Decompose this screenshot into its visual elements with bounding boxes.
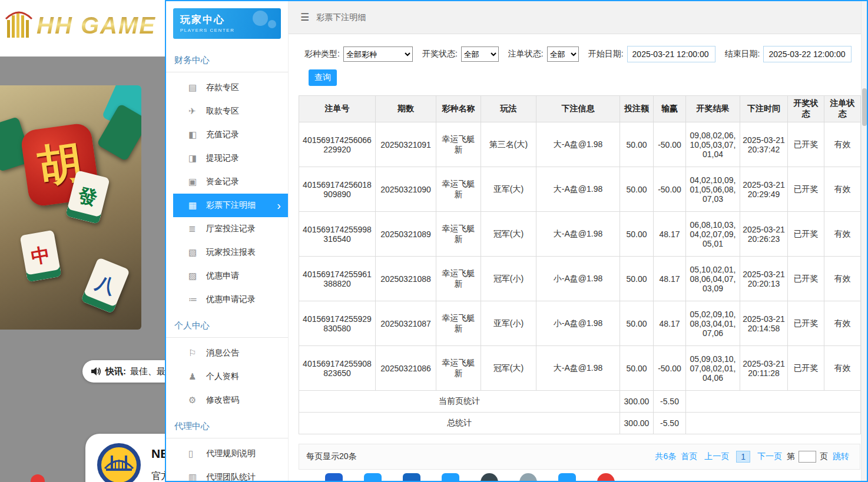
sidebar-item-label: 提现记录 (206, 153, 239, 164)
jump-suffix: 页 (820, 451, 828, 462)
table-row: 40156917425601890989020250321090幸运飞艇新亚军(… (299, 167, 861, 212)
end-date-label: 结束日期: (725, 49, 760, 59)
table-cell: 大-A盘@1.98 (536, 346, 620, 391)
table-cell: 有效 (824, 257, 861, 301)
ticker-label: 快讯: (105, 366, 126, 377)
funds-record-icon: ▣ (188, 177, 206, 187)
next-page-link[interactable]: 下一页 (757, 451, 782, 462)
table-cell: 48.17 (654, 257, 686, 301)
player-bet-report-icon: ▧ (188, 247, 206, 258)
sidebar-section-title: 代理中心 (166, 412, 288, 438)
hhgame-logo[interactable]: HH GAME (5, 9, 156, 41)
jump-prefix: 第 (787, 451, 795, 462)
footer-icons-row (325, 473, 615, 481)
sidebar-item-promo-apply[interactable]: ▨优惠申请 (173, 264, 288, 288)
menu-toggle-icon[interactable]: ☰ (300, 11, 309, 24)
bet-status-select[interactable]: 全部 (547, 46, 579, 62)
sidebar-item-profile[interactable]: ♟个人资料 (173, 365, 288, 388)
vertical-scrollbar[interactable] (861, 1, 867, 481)
table-cell: 小-A盘@1.98 (536, 301, 620, 346)
sidebar-item-label: 修改密码 (206, 395, 239, 405)
zhong-tile: 中 (19, 230, 61, 282)
sidebar-item-recharge-record[interactable]: ◧充值记录 (173, 123, 288, 147)
sidebar-item-label: 代理团队统计 (206, 472, 256, 481)
footer-icon[interactable] (558, 473, 576, 481)
sidebar-item-password[interactable]: ⚙修改密码 (173, 388, 288, 412)
agent-team-stats-icon: ▥ (188, 472, 206, 481)
table-cell: 冠军(小) (481, 257, 536, 301)
table-cell: 有效 (824, 346, 861, 391)
column-header: 注单状态 (824, 96, 861, 122)
table-cell: 大-A盘@1.98 (536, 122, 620, 167)
sidebar-item-funds-record[interactable]: ▣资金记录 (173, 170, 288, 194)
ba-tile: 八 (81, 257, 130, 314)
table-cell: 幸运飞艇新 (436, 346, 481, 391)
summary-empty-cell (686, 391, 861, 413)
table-cell: 401569174256066229920 (299, 122, 376, 167)
footer-icon[interactable] (325, 473, 343, 481)
current-page[interactable]: 1 (736, 451, 750, 463)
column-header: 开奖结果 (686, 96, 740, 122)
table-cell: 有效 (824, 167, 861, 212)
column-header: 输赢 (654, 96, 686, 122)
start-date-label: 开始日期: (588, 49, 624, 59)
table-cell: 有效 (824, 301, 861, 346)
lottery-bet-detail-icon: ▦ (188, 200, 206, 211)
summary-bet-total: 300.00 (620, 413, 654, 434)
draw-status-select[interactable]: 全部 (461, 46, 499, 62)
table-cell: -50.00 (654, 167, 686, 212)
footer-icon[interactable] (442, 473, 459, 481)
column-header: 下注时间 (740, 96, 788, 122)
sidebar-item-lottery-bet-detail[interactable]: ▦彩票下注明细› (173, 194, 288, 217)
summary-bet-total: 300.00 (620, 391, 654, 413)
sidebar-item-deposit[interactable]: ▤存款专区 (173, 76, 288, 99)
table-cell: 幸运飞艇新 (436, 257, 481, 301)
column-header: 开奖状态 (788, 96, 824, 122)
sidebar-item-label: 玩家投注报表 (206, 247, 256, 258)
start-date-input[interactable] (627, 46, 715, 62)
sidebar-item-promo-apply-record[interactable]: ≔优惠申请记录 (173, 288, 288, 311)
footer-icon[interactable] (364, 473, 382, 481)
sidebar-item-announcement[interactable]: ⚐消息公告 (173, 341, 288, 365)
lottery-type-select[interactable]: 全部彩种 (343, 46, 413, 62)
page-number-input[interactable] (799, 451, 816, 463)
table-cell: -50.00 (654, 122, 686, 167)
table-cell: 05,02,09,10,08,03,04,01,07,06 (686, 301, 740, 346)
table-cell: 2025-03-21 20:26:23 (740, 212, 788, 257)
sidebar-item-label: 优惠申请 (206, 271, 239, 281)
sidebar-item-hall-bet-record[interactable]: ≣厅室投注记录 (173, 217, 288, 241)
sidebar-item-cashout-record[interactable]: ◨提现记录 (173, 147, 288, 170)
prev-page-link[interactable]: 上一页 (704, 451, 729, 462)
table-cell: -50.00 (654, 346, 686, 391)
sidebar-item-withdraw[interactable]: ✈取款专区 (173, 99, 288, 123)
sidebar-item-player-bet-report[interactable]: ▧玩家投注报表 (173, 241, 288, 264)
footer-icon[interactable] (481, 473, 498, 481)
table-header-row: 注单号期数彩种名称玩法下注信息投注额输赢开奖结果下注时间开奖状态注单状态 (299, 96, 861, 122)
table-row: 40156917425596138882020250321088幸运飞艇新冠军(… (299, 257, 861, 301)
table-cell: 401569174256018909890 (299, 167, 376, 212)
scrollbar-thumb[interactable] (862, 88, 867, 126)
column-header: 注单号 (299, 96, 376, 122)
table-cell: 冠军(大) (481, 346, 536, 391)
deposit-icon: ▤ (188, 82, 206, 93)
end-date-input[interactable] (763, 46, 852, 62)
sidebar-item-agent-team-stats[interactable]: ▥代理团队统计 (173, 466, 288, 481)
footer-icon[interactable] (403, 473, 420, 481)
footer-icon[interactable] (597, 473, 615, 481)
table-cell: 50.00 (620, 212, 654, 257)
first-page-link[interactable]: 首页 (681, 451, 697, 462)
table-row: 40156917425599831654020250321089幸运飞艇新冠军(… (299, 212, 861, 257)
table-cell: 有效 (824, 212, 861, 257)
sidebar-item-label: 个人资料 (206, 371, 239, 382)
jump-button[interactable]: 跳转 (833, 451, 849, 462)
table-cell: 已开奖 (788, 301, 824, 346)
table-cell: 已开奖 (788, 122, 824, 167)
column-header: 下注信息 (536, 96, 620, 122)
sidebar-item-agent-rules[interactable]: ▯代理规则说明 (173, 442, 288, 466)
announcement-icon: ⚐ (188, 348, 206, 358)
profile-icon: ♟ (188, 371, 206, 382)
footer-icon[interactable] (519, 473, 537, 481)
search-button[interactable]: 查询 (309, 69, 337, 86)
table-cell: 04,02,10,09,01,05,06,08,07,03 (686, 167, 740, 212)
content-area: 彩种类型: 全部彩种 开奖状态: 全部 注单状态: 全部 开始日期: 结束日期:… (289, 34, 861, 481)
